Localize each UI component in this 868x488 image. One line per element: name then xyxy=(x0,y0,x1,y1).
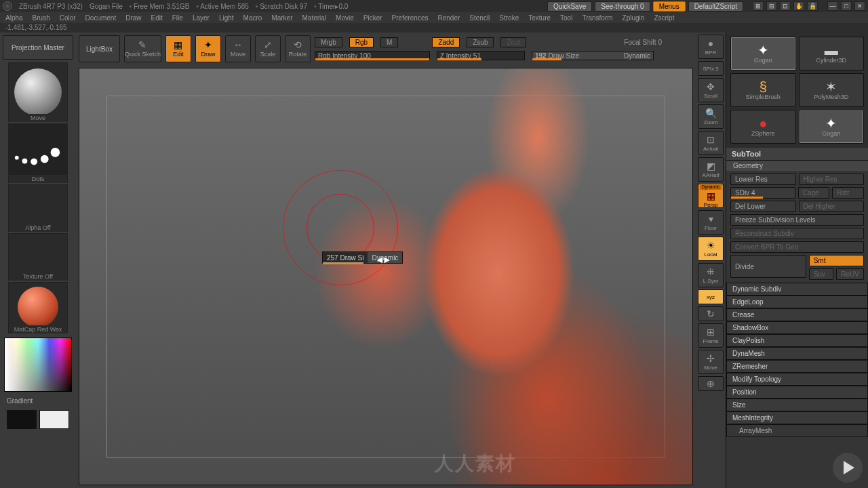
spix-slider[interactable]: SPix 3 xyxy=(698,61,724,76)
layout3-icon[interactable]: ⊡ xyxy=(780,1,791,11)
floor-button[interactable]: ▾Floor xyxy=(698,210,724,235)
acc-crease[interactable]: Crease xyxy=(726,308,868,321)
acc-arraymesh[interactable]: ArrayMesh xyxy=(726,424,868,437)
viewport[interactable]: 257 Draw Si Dynamic ◄► 人人素材 xyxy=(79,68,693,485)
acc-size[interactable]: Size xyxy=(726,399,868,411)
menu-file[interactable]: File xyxy=(172,14,183,22)
play-overlay-icon[interactable] xyxy=(833,453,863,483)
move-button[interactable]: ↔Move xyxy=(225,35,251,62)
mrgb-chip[interactable]: Mrgb xyxy=(315,37,342,47)
menu-stencil[interactable]: Stencil xyxy=(469,14,490,22)
lower-res-button[interactable]: Lower Res xyxy=(730,174,796,185)
menu-texture[interactable]: Texture xyxy=(528,14,551,22)
draw-size-slider[interactable]: 192 Draw SizeDynamic xyxy=(532,51,654,60)
hand-icon[interactable]: ✋ xyxy=(793,1,804,11)
menu-document[interactable]: Document xyxy=(85,14,117,22)
menu-zscript[interactable]: Zscript xyxy=(654,14,674,22)
stroke-thumb[interactable]: Dots xyxy=(8,123,68,183)
menu-zplugin[interactable]: Zplugin xyxy=(623,14,645,22)
layout2-icon[interactable]: ⊟ xyxy=(766,1,777,11)
acc-modify-topology[interactable]: Modify Topology xyxy=(726,373,868,386)
scroll-button[interactable]: ✥Scroll xyxy=(698,78,724,102)
alpha-thumb[interactable]: Alpha Off xyxy=(8,184,68,232)
tool-gogan-2[interactable]: ✦Gogan xyxy=(799,110,865,144)
tool-gogan[interactable]: ✦Gogan xyxy=(730,37,796,70)
subtool-header[interactable]: SubTool xyxy=(726,148,868,161)
default-zscript[interactable]: DefaultZScript xyxy=(688,1,743,12)
suv-button[interactable]: Suv xyxy=(809,268,834,280)
menu-stroke[interactable]: Stroke xyxy=(499,14,519,22)
move-view-button[interactable]: ✢Move xyxy=(698,350,724,374)
edit-button[interactable]: ▦Edit xyxy=(165,35,191,62)
menus-toggle[interactable]: Menus xyxy=(653,1,686,12)
menu-marker[interactable]: Marker xyxy=(271,14,292,22)
menu-macro[interactable]: Macro xyxy=(243,14,262,22)
tool-cylinder3d[interactable]: ▬Cylinder3D xyxy=(799,37,865,70)
tool-polymesh3d[interactable]: ✶PolyMesh3D xyxy=(799,73,865,107)
rstr-button[interactable]: Rstr xyxy=(832,187,864,199)
zcut-chip[interactable]: Zcut xyxy=(500,37,526,47)
seethrough-slider[interactable]: See-through 0 xyxy=(595,1,650,12)
reuv-button[interactable]: ReUV xyxy=(836,268,864,280)
frame-button[interactable]: ⊞Frame xyxy=(698,323,724,348)
menu-draw[interactable]: Draw xyxy=(125,14,141,22)
acc-edgeloop[interactable]: EdgeLoop xyxy=(726,296,868,308)
lock-icon[interactable]: 🔒 xyxy=(807,1,818,11)
acc-position[interactable]: Position xyxy=(726,386,868,399)
acc-dynamic-subdiv[interactable]: Dynamic Subdiv xyxy=(726,283,868,296)
menu-preferences[interactable]: Preferences xyxy=(392,14,429,22)
geometry-header[interactable]: Geometry xyxy=(726,161,868,171)
lightbox-button[interactable]: LightBox xyxy=(79,35,120,62)
focal-shift-label[interactable]: Focal Shift 0 xyxy=(618,38,667,47)
menu-light[interactable]: Light xyxy=(219,14,234,22)
del-lower-button[interactable]: Del Lower xyxy=(730,201,796,212)
zsub-chip[interactable]: Zsub xyxy=(467,37,494,47)
zadd-chip[interactable]: Zadd xyxy=(432,37,460,47)
menu-layer[interactable]: Layer xyxy=(193,14,210,22)
tool-zsphere[interactable]: ●ZSphere xyxy=(730,110,796,144)
swatch-black[interactable] xyxy=(7,410,37,429)
menu-edit[interactable]: Edit xyxy=(151,14,163,22)
material-thumb[interactable]: MatCap Red Wax xyxy=(8,282,68,333)
menu-color[interactable]: Color xyxy=(60,14,76,22)
minimize-button[interactable]: — xyxy=(827,1,838,11)
maximize-button[interactable]: □ xyxy=(841,1,852,11)
swatch-white[interactable] xyxy=(39,410,69,429)
menu-render[interactable]: Render xyxy=(438,14,460,22)
projection-master-button[interactable]: Projection Master xyxy=(3,35,73,60)
sdiv-slider[interactable]: SDiv 4 xyxy=(730,187,795,199)
smt-button[interactable]: Smt xyxy=(809,255,864,266)
m-chip[interactable]: M xyxy=(380,37,398,47)
zoom-button[interactable]: 🔍Zoom xyxy=(698,104,724,129)
rgb-intensity-slider[interactable]: Rgb Intensity 100 xyxy=(315,51,430,60)
reconstruct-subdiv-button[interactable]: Reconstruct Subdiv xyxy=(730,228,864,239)
close-button[interactable]: ✕ xyxy=(854,1,865,11)
acc-meshintegrity[interactable]: MeshIntegrity xyxy=(726,411,868,424)
rotate-button[interactable]: ⟲Rotate xyxy=(285,35,311,62)
extra-button-2[interactable]: ⊕ xyxy=(698,376,724,391)
acc-dynamesh[interactable]: DynaMesh xyxy=(726,347,868,360)
acc-claypolish[interactable]: ClayPolish xyxy=(726,334,868,347)
extra-button-1[interactable]: ↻ xyxy=(698,306,724,321)
menu-material[interactable]: Material xyxy=(302,14,327,22)
quick-sketch-button[interactable]: ✎Quick Sketch xyxy=(124,35,161,62)
acc-zremesher[interactable]: ZRemesher xyxy=(726,360,868,373)
gradient-label[interactable]: Gradient xyxy=(1,396,75,406)
freeze-subdiv-button[interactable]: Freeze SubDivision Levels xyxy=(730,214,864,226)
menu-transform[interactable]: Transform xyxy=(582,14,612,22)
draw-size-badge[interactable]: 257 Draw Si Dynamic xyxy=(322,251,403,264)
persp-button[interactable]: Dynamic▦Persp xyxy=(698,184,724,208)
brush-thumb[interactable]: Move xyxy=(8,62,68,122)
texture-thumb[interactable]: Texture Off xyxy=(8,233,68,281)
menu-brush[interactable]: Brush xyxy=(33,14,50,22)
color-picker[interactable] xyxy=(4,338,72,392)
menu-alpha[interactable]: Alpha xyxy=(5,14,23,22)
quicksave-button[interactable]: QuickSave xyxy=(547,1,592,12)
aahalf-button[interactable]: ◩AAHalf xyxy=(698,157,724,182)
scale-button[interactable]: ⤢Scale xyxy=(255,35,281,62)
bpr-button[interactable]: ●BPR xyxy=(698,35,724,59)
divide-button[interactable]: Divide xyxy=(730,255,806,278)
layout1-icon[interactable]: ⊞ xyxy=(753,1,764,11)
rgb-chip[interactable]: Rgb xyxy=(349,37,374,47)
higher-res-button[interactable]: Higher Res xyxy=(799,174,865,185)
